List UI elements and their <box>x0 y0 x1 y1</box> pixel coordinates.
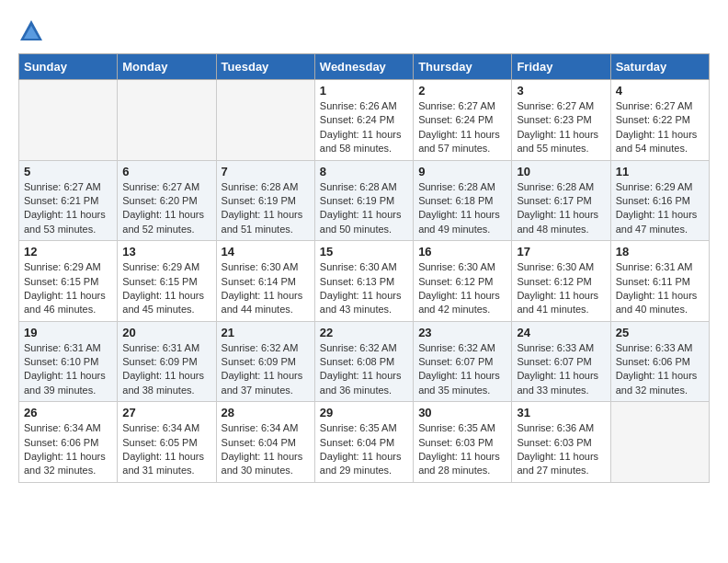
calendar-cell: 11Sunrise: 6:29 AMSunset: 6:16 PMDayligh… <box>610 160 709 241</box>
day-info: Sunrise: 6:28 AMSunset: 6:18 PMDaylight:… <box>418 180 506 237</box>
calendar-cell: 23Sunrise: 6:32 AMSunset: 6:07 PMDayligh… <box>414 321 512 402</box>
day-number: 31 <box>517 406 605 419</box>
weekday-header-thursday: Thursday <box>414 54 512 80</box>
calendar-cell: 21Sunrise: 6:32 AMSunset: 6:09 PMDayligh… <box>216 321 314 402</box>
calendar-cell <box>19 80 118 161</box>
calendar-row-1: 5Sunrise: 6:27 AMSunset: 6:21 PMDaylight… <box>19 160 710 241</box>
day-info: Sunrise: 6:30 AMSunset: 6:13 PMDaylight:… <box>320 260 408 317</box>
calendar-row-3: 19Sunrise: 6:31 AMSunset: 6:10 PMDayligh… <box>19 321 710 402</box>
day-number: 24 <box>517 326 605 339</box>
day-number: 25 <box>616 326 704 339</box>
day-info: Sunrise: 6:27 AMSunset: 6:21 PMDaylight:… <box>24 180 112 237</box>
calendar-cell: 16Sunrise: 6:30 AMSunset: 6:12 PMDayligh… <box>414 241 512 322</box>
day-info: Sunrise: 6:30 AMSunset: 6:12 PMDaylight:… <box>418 260 506 317</box>
calendar-cell: 14Sunrise: 6:30 AMSunset: 6:14 PMDayligh… <box>216 241 314 322</box>
day-number: 17 <box>517 245 605 259</box>
day-number: 7 <box>222 165 310 178</box>
weekday-header-row: SundayMondayTuesdayWednesdayThursdayFrid… <box>19 54 710 80</box>
calendar-cell: 6Sunrise: 6:27 AMSunset: 6:20 PMDaylight… <box>118 160 216 241</box>
calendar-cell: 1Sunrise: 6:26 AMSunset: 6:24 PMDaylight… <box>314 80 413 161</box>
weekday-header-monday: Monday <box>118 54 216 80</box>
logo-icon <box>18 18 44 44</box>
calendar-cell: 27Sunrise: 6:34 AMSunset: 6:05 PMDayligh… <box>118 402 216 483</box>
weekday-header-tuesday: Tuesday <box>216 54 314 80</box>
day-info: Sunrise: 6:27 AMSunset: 6:24 PMDaylight:… <box>418 99 506 156</box>
calendar-cell: 12Sunrise: 6:29 AMSunset: 6:15 PMDayligh… <box>19 241 118 322</box>
day-number: 27 <box>122 406 210 419</box>
calendar-cell: 4Sunrise: 6:27 AMSunset: 6:22 PMDaylight… <box>610 80 709 161</box>
calendar-cell <box>216 80 314 161</box>
day-number: 13 <box>122 245 210 259</box>
calendar-cell <box>610 402 709 483</box>
calendar-row-0: 1Sunrise: 6:26 AMSunset: 6:24 PMDaylight… <box>19 80 710 161</box>
calendar-cell: 28Sunrise: 6:34 AMSunset: 6:04 PMDayligh… <box>216 402 314 483</box>
calendar-cell: 29Sunrise: 6:35 AMSunset: 6:04 PMDayligh… <box>314 402 413 483</box>
day-info: Sunrise: 6:29 AMSunset: 6:16 PMDaylight:… <box>616 180 704 237</box>
calendar-cell: 10Sunrise: 6:28 AMSunset: 6:17 PMDayligh… <box>512 160 610 241</box>
weekday-header-friday: Friday <box>512 54 610 80</box>
day-number: 29 <box>320 406 408 419</box>
day-number: 3 <box>517 84 605 98</box>
day-number: 6 <box>122 165 210 178</box>
day-info: Sunrise: 6:27 AMSunset: 6:22 PMDaylight:… <box>616 99 704 156</box>
day-info: Sunrise: 6:32 AMSunset: 6:08 PMDaylight:… <box>320 341 408 398</box>
day-number: 23 <box>418 326 506 339</box>
day-number: 1 <box>320 84 408 98</box>
day-number: 15 <box>320 245 408 259</box>
day-info: Sunrise: 6:30 AMSunset: 6:14 PMDaylight:… <box>222 260 310 317</box>
calendar-cell: 24Sunrise: 6:33 AMSunset: 6:07 PMDayligh… <box>512 321 610 402</box>
day-number: 20 <box>122 326 210 339</box>
calendar-cell: 26Sunrise: 6:34 AMSunset: 6:06 PMDayligh… <box>19 402 118 483</box>
calendar-cell: 20Sunrise: 6:31 AMSunset: 6:09 PMDayligh… <box>118 321 216 402</box>
calendar-cell: 17Sunrise: 6:30 AMSunset: 6:12 PMDayligh… <box>512 241 610 322</box>
calendar-table: SundayMondayTuesdayWednesdayThursdayFrid… <box>18 53 710 483</box>
day-info: Sunrise: 6:32 AMSunset: 6:07 PMDaylight:… <box>418 341 506 398</box>
day-info: Sunrise: 6:27 AMSunset: 6:20 PMDaylight:… <box>122 180 210 237</box>
day-info: Sunrise: 6:27 AMSunset: 6:23 PMDaylight:… <box>517 99 605 156</box>
day-number: 18 <box>616 245 704 259</box>
day-info: Sunrise: 6:26 AMSunset: 6:24 PMDaylight:… <box>320 99 408 156</box>
day-info: Sunrise: 6:29 AMSunset: 6:15 PMDaylight:… <box>122 260 210 317</box>
calendar-cell: 2Sunrise: 6:27 AMSunset: 6:24 PMDaylight… <box>414 80 512 161</box>
page-header <box>18 18 710 44</box>
day-number: 21 <box>222 326 310 339</box>
day-number: 28 <box>222 406 310 419</box>
day-number: 19 <box>24 326 112 339</box>
calendar-cell: 25Sunrise: 6:33 AMSunset: 6:06 PMDayligh… <box>610 321 709 402</box>
day-info: Sunrise: 6:34 AMSunset: 6:05 PMDaylight:… <box>122 421 210 478</box>
day-number: 10 <box>517 165 605 178</box>
calendar-cell: 7Sunrise: 6:28 AMSunset: 6:19 PMDaylight… <box>216 160 314 241</box>
day-info: Sunrise: 6:34 AMSunset: 6:04 PMDaylight:… <box>222 421 310 478</box>
day-info: Sunrise: 6:36 AMSunset: 6:03 PMDaylight:… <box>517 421 605 478</box>
day-info: Sunrise: 6:30 AMSunset: 6:12 PMDaylight:… <box>517 260 605 317</box>
day-number: 22 <box>320 326 408 339</box>
calendar-cell <box>118 80 216 161</box>
calendar-row-2: 12Sunrise: 6:29 AMSunset: 6:15 PMDayligh… <box>19 241 710 322</box>
day-info: Sunrise: 6:33 AMSunset: 6:06 PMDaylight:… <box>616 341 704 398</box>
day-number: 8 <box>320 165 408 178</box>
weekday-header-sunday: Sunday <box>19 54 118 80</box>
calendar-row-4: 26Sunrise: 6:34 AMSunset: 6:06 PMDayligh… <box>19 402 710 483</box>
day-number: 4 <box>616 84 704 98</box>
calendar-cell: 19Sunrise: 6:31 AMSunset: 6:10 PMDayligh… <box>19 321 118 402</box>
day-info: Sunrise: 6:29 AMSunset: 6:15 PMDaylight:… <box>24 260 112 317</box>
weekday-header-wednesday: Wednesday <box>314 54 413 80</box>
day-info: Sunrise: 6:32 AMSunset: 6:09 PMDaylight:… <box>222 341 310 398</box>
day-number: 26 <box>24 406 112 419</box>
calendar-cell: 9Sunrise: 6:28 AMSunset: 6:18 PMDaylight… <box>414 160 512 241</box>
day-number: 11 <box>616 165 704 178</box>
day-number: 30 <box>418 406 506 419</box>
day-number: 9 <box>418 165 506 178</box>
calendar-cell: 30Sunrise: 6:35 AMSunset: 6:03 PMDayligh… <box>414 402 512 483</box>
day-info: Sunrise: 6:35 AMSunset: 6:04 PMDaylight:… <box>320 421 408 478</box>
day-number: 14 <box>222 245 310 259</box>
day-info: Sunrise: 6:28 AMSunset: 6:19 PMDaylight:… <box>320 180 408 237</box>
calendar-cell: 15Sunrise: 6:30 AMSunset: 6:13 PMDayligh… <box>314 241 413 322</box>
day-number: 2 <box>418 84 506 98</box>
day-number: 5 <box>24 165 112 178</box>
calendar-cell: 5Sunrise: 6:27 AMSunset: 6:21 PMDaylight… <box>19 160 118 241</box>
calendar-cell: 22Sunrise: 6:32 AMSunset: 6:08 PMDayligh… <box>314 321 413 402</box>
calendar-cell: 31Sunrise: 6:36 AMSunset: 6:03 PMDayligh… <box>512 402 610 483</box>
logo <box>18 18 48 44</box>
calendar-cell: 13Sunrise: 6:29 AMSunset: 6:15 PMDayligh… <box>118 241 216 322</box>
